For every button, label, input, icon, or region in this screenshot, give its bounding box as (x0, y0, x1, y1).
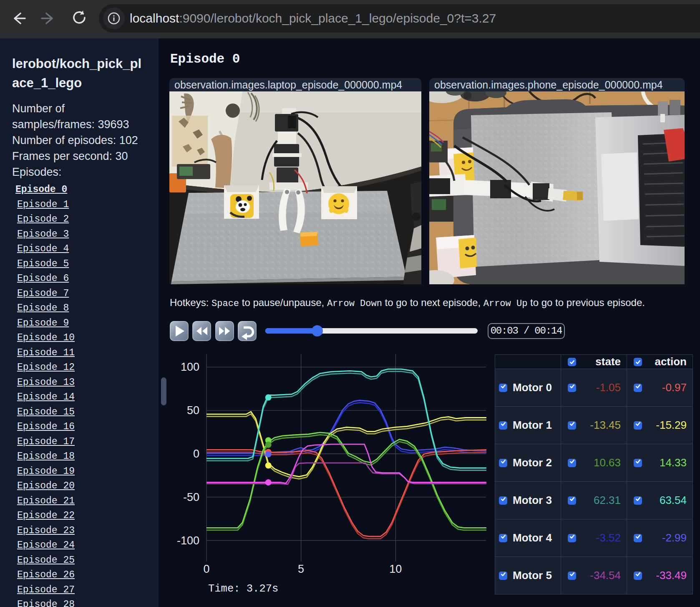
svg-text:Time: 3.27s: Time: 3.27s (208, 583, 278, 595)
svg-text:5: 5 (298, 563, 304, 575)
svg-text:-50: -50 (183, 491, 199, 503)
svg-text:50: 50 (187, 404, 199, 417)
svg-text:100: 100 (181, 361, 199, 373)
svg-text:0: 0 (193, 448, 199, 460)
svg-text:-100: -100 (177, 534, 199, 547)
svg-text:0: 0 (203, 563, 209, 575)
svg-text:10: 10 (389, 563, 402, 575)
